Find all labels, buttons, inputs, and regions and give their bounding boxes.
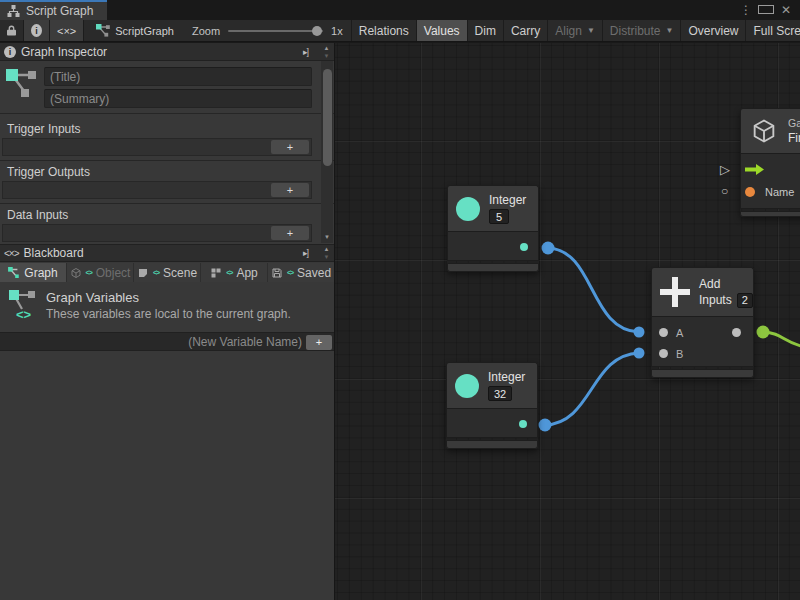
node-title: Integer [488, 370, 525, 384]
floppy-icon [271, 267, 283, 279]
window-tab-script-graph[interactable]: Script Graph [0, 0, 107, 20]
add-icon [660, 277, 690, 307]
flow-arrow-icon [745, 164, 764, 175]
graph-variables-icon [5, 67, 39, 103]
close-icon[interactable]: ✕ [778, 3, 794, 17]
lock-button[interactable] [0, 20, 24, 41]
graph-breadcrumb[interactable]: ScriptGraph [84, 20, 184, 41]
tab-object[interactable]: <> Object [67, 263, 133, 282]
tab-app[interactable]: <> App [201, 263, 267, 282]
info-icon: i [31, 24, 42, 37]
align-dropdown[interactable]: Align▼ [548, 20, 603, 41]
graph-variables-subtitle: These variables are local to the current… [46, 307, 291, 321]
dock-icon[interactable]: ▸] [303, 47, 308, 57]
new-variable-row: + [0, 332, 334, 351]
distribute-dropdown[interactable]: Distribute▼ [603, 20, 682, 41]
title-bar: Script Graph ⋮ ✕ [0, 0, 800, 20]
lock-icon [7, 24, 16, 37]
graph-icon [96, 24, 110, 37]
scene-icon [137, 267, 149, 279]
input-port-b[interactable] [659, 349, 668, 358]
input-port-a[interactable] [659, 328, 668, 337]
wire-add-output [763, 332, 800, 346]
zoom-slider[interactable] [228, 30, 323, 32]
maximize-icon[interactable] [758, 3, 774, 17]
add-variable-button[interactable]: + [306, 335, 332, 350]
wire-int5-to-add-a [548, 248, 639, 332]
port-row-b: B [652, 343, 753, 364]
node-title: Add [699, 277, 753, 291]
name-input-port[interactable] [745, 187, 755, 197]
integer-value-input[interactable] [488, 386, 512, 401]
fullscreen-button[interactable]: Full Screen [746, 20, 800, 41]
output-port[interactable] [520, 243, 528, 251]
cube-icon [749, 117, 779, 145]
info-icon: i [4, 46, 16, 58]
port-label: A [676, 327, 683, 339]
script-graph-window: Script Graph ⋮ ✕ i <×> ScriptGrap [0, 0, 800, 600]
graph-summary-input[interactable] [44, 89, 312, 108]
new-variable-input[interactable] [6, 334, 302, 350]
relations-button[interactable]: Relations [352, 20, 417, 41]
tab-scene[interactable]: <> Scene [134, 263, 200, 282]
wire-endpoint-dot [542, 242, 555, 255]
dim-button[interactable]: Dim [468, 20, 504, 41]
node-integer-32[interactable]: Integer [446, 362, 538, 449]
section-trigger-outputs: Trigger Outputs [7, 165, 90, 179]
svg-text:<>: <> [16, 307, 32, 321]
zoom-slider-handle[interactable] [312, 26, 322, 36]
scrollbar-thumb[interactable] [323, 69, 332, 166]
code-view-button[interactable]: <×> [50, 20, 84, 41]
tab-saved[interactable]: <> Saved [268, 263, 334, 282]
output-port[interactable] [519, 420, 527, 428]
graph-canvas[interactable]: Integer Integer [335, 43, 800, 600]
add-trigger-output-button[interactable]: + [271, 183, 309, 197]
graph-toolbar: i <×> ScriptGraph Zoom 1x Relations Valu… [0, 20, 800, 42]
values-button[interactable]: Values [417, 20, 468, 41]
add-trigger-input-button[interactable]: + [271, 140, 309, 154]
carry-button[interactable]: Carry [504, 20, 548, 41]
tab-graph[interactable]: Graph [0, 263, 66, 282]
zoom-label: Zoom [192, 25, 220, 37]
trigger-inputs-list: + [2, 138, 312, 156]
wire-endpoint-dot [757, 326, 770, 339]
section-trigger-inputs: Trigger Inputs [7, 122, 81, 136]
zoom-control: Zoom 1x [184, 20, 351, 41]
window-controls: ⋮ ✕ [738, 0, 800, 20]
integer-value-input[interactable] [489, 209, 509, 224]
app-icon [210, 267, 222, 279]
output-port[interactable] [732, 328, 741, 337]
graph-name: ScriptGraph [115, 25, 174, 37]
inspector-scroll-arrows[interactable]: ▲▼ [320, 44, 333, 60]
node-title: Integer [489, 193, 526, 207]
name-input-row: Name [741, 181, 800, 202]
dock-icon[interactable]: ▸] [303, 248, 308, 258]
port-label: Name [765, 186, 794, 198]
inputs-count-input[interactable] [737, 293, 753, 308]
blackboard-header: <×> Blackboard [0, 244, 334, 262]
integer-type-icon [455, 374, 479, 398]
graph-icon [8, 267, 20, 278]
node-gameobject-find[interactable]: Game Object Find Name [740, 108, 800, 217]
flow-port-triangle-icon[interactable]: ▷ [720, 162, 730, 177]
graph-variables-section: <> Graph Variables These variables are l… [0, 284, 334, 331]
toolbar-buttons: Relations Values Dim Carry Align▼ Distri… [351, 20, 800, 41]
menu-kebab-icon[interactable]: ⋮ [738, 3, 754, 17]
inspector-toggle-button[interactable]: i [24, 20, 50, 41]
sidebar-panel: i Graph Inspector ▸] ▲▼ Trigger Inputs + [0, 43, 335, 600]
graph-title-input[interactable] [44, 67, 312, 86]
inspector-scrollbar[interactable]: ▼ [321, 61, 333, 243]
chevron-down-icon: ▼ [587, 26, 595, 35]
graph-variables-icon: <> [8, 289, 38, 321]
blackboard-scroll-arrows[interactable]: ▲▼ [320, 245, 333, 261]
chevron-down-icon: ▼ [666, 26, 674, 35]
node-integer-5[interactable]: Integer [447, 185, 539, 272]
data-inputs-list: + [2, 224, 312, 242]
overview-button[interactable]: Overview [681, 20, 746, 41]
add-data-input-button[interactable]: + [271, 226, 309, 240]
scroll-down-icon[interactable]: ▼ [324, 234, 330, 240]
node-add[interactable]: Add Inputs A B [651, 267, 754, 378]
data-port-circle-icon[interactable]: ○ [721, 184, 728, 198]
cube-icon [70, 267, 82, 279]
graph-inspector-title: Graph Inspector [21, 45, 107, 59]
